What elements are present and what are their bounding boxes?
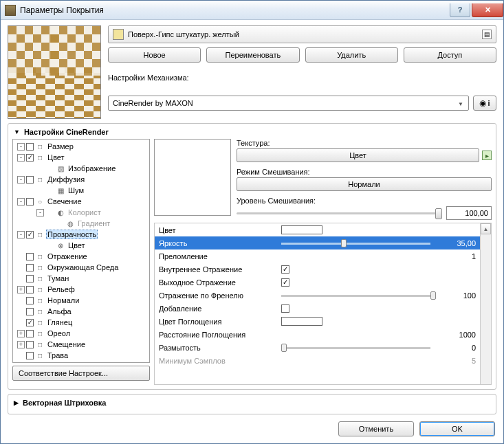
tree-label: Цвет — [67, 241, 87, 249]
tree-item[interactable]: ⊗Цвет — [13, 240, 149, 251]
color-swatch[interactable] — [281, 225, 322, 234]
tree-item[interactable]: ▧Изображение — [13, 163, 149, 174]
access-button[interactable]: Доступ — [404, 47, 496, 63]
property-slider[interactable] — [281, 292, 430, 299]
tree-item[interactable]: +□Ореол — [13, 328, 149, 339]
property-slider[interactable] — [281, 240, 430, 247]
expand-icon[interactable]: - — [17, 143, 25, 151]
expand-icon[interactable]: - — [17, 176, 25, 184]
property-checkbox[interactable] — [281, 278, 289, 287]
expand-icon[interactable]: - — [17, 198, 25, 206]
tree-checkbox[interactable] — [26, 198, 34, 206]
tree-checkbox[interactable] — [26, 319, 34, 326]
expand-icon[interactable]: + — [17, 286, 25, 293]
channel-tree[interactable]: -□Размер-□Цвет▧Изображение-□Диффузия▦Шум… — [12, 139, 150, 363]
property-row[interactable]: Отражение по Френелю100 — [155, 289, 491, 302]
property-checkbox[interactable] — [281, 265, 289, 274]
tree-item[interactable]: □Нормали — [13, 295, 149, 306]
node-icon: ○ — [35, 197, 45, 206]
property-list[interactable]: ▲ ЦветЯркость35,00Преломление1Внутреннее… — [154, 223, 492, 385]
tree-checkbox[interactable] — [26, 154, 34, 162]
expand-icon — [17, 352, 25, 359]
tree-checkbox[interactable] — [26, 341, 34, 348]
expand-icon[interactable]: - — [17, 231, 25, 238]
tree-item[interactable]: -□Диффузия — [13, 174, 149, 185]
tree-checkbox[interactable] — [26, 308, 34, 315]
engine-combo[interactable]: CineRender by MAXON ▼ — [108, 96, 469, 111]
mix-level-slider[interactable] — [237, 208, 442, 218]
expand-icon[interactable]: + — [17, 341, 25, 348]
tree-item[interactable]: -○Свечение — [13, 196, 149, 207]
expand-icon[interactable]: - — [36, 209, 44, 217]
property-row[interactable]: Цвет — [155, 223, 491, 236]
tree-item[interactable]: -□Прозрачность — [13, 229, 149, 240]
tree-item[interactable]: □Окружающая Среда — [13, 262, 149, 273]
add-texture-icon[interactable]: ▸ — [482, 151, 492, 160]
cinerender-header[interactable]: ▼ Настройки CineRender — [12, 126, 492, 139]
tree-item[interactable]: -□Цвет — [13, 152, 149, 163]
tree-checkbox[interactable] — [26, 231, 34, 238]
tree-item[interactable]: □Альфа — [13, 306, 149, 317]
rename-button[interactable]: Переименовать — [206, 47, 299, 63]
ok-button[interactable]: OK — [419, 421, 495, 436]
tree-checkbox[interactable] — [26, 286, 34, 293]
node-icon: □ — [35, 230, 45, 238]
tree-item[interactable]: □Отражение — [13, 251, 149, 262]
expand-icon — [17, 253, 25, 260]
tree-label: Размер — [46, 142, 75, 151]
texture-button[interactable]: Цвет — [237, 148, 479, 162]
help-button[interactable]: ? — [450, 3, 470, 17]
preview-eye-button[interactable]: ◉ i — [473, 96, 496, 111]
property-row[interactable]: Внутреннее Отражение — [155, 263, 491, 276]
property-row[interactable]: Преломление1 — [155, 249, 491, 263]
tree-label: Нормали — [46, 296, 80, 304]
mix-mode-button[interactable]: Нормали — [237, 177, 492, 191]
material-name-bar[interactable]: Поверх.-Гипс штукатур. желтый ▤ — [108, 25, 496, 43]
property-row[interactable]: Цвет Поглощения — [155, 315, 491, 328]
material-menu-icon[interactable]: ▤ — [482, 30, 492, 39]
mix-level-value[interactable]: 100,00 — [446, 206, 492, 220]
scroll-up-icon[interactable]: ▲ — [481, 223, 491, 234]
property-row[interactable]: Яркость35,00 — [155, 236, 491, 249]
expand-icon — [46, 220, 54, 227]
expand-icon[interactable]: + — [17, 330, 25, 337]
hatching-header[interactable]: ▶ Векторная Штриховка — [12, 397, 492, 410]
node-icon: ▦ — [56, 186, 65, 195]
node-icon: □ — [35, 153, 45, 162]
tree-item[interactable]: -□Размер — [13, 141, 149, 152]
property-slider[interactable] — [281, 344, 430, 351]
property-row[interactable]: Размытость0 — [155, 341, 491, 354]
property-row[interactable]: Минимум Сэмплов5 — [155, 354, 491, 367]
color-swatch[interactable] — [281, 317, 322, 326]
tree-item[interactable]: +□Рельеф — [13, 284, 149, 295]
close-button[interactable]: ✕ — [472, 3, 503, 17]
tree-item[interactable]: □Туман — [13, 273, 149, 284]
tree-label: Рельеф — [46, 285, 76, 293]
delete-button[interactable]: Удалить — [305, 47, 398, 63]
scrollbar[interactable]: ▲ — [480, 223, 491, 384]
tree-item[interactable]: □Трава — [13, 350, 149, 361]
tree-item[interactable]: □Глянец — [13, 317, 149, 328]
match-settings-button[interactable]: Соответствие Настроек... — [12, 366, 150, 381]
property-name: Расстояние Поглощения — [159, 331, 276, 339]
tree-checkbox[interactable] — [26, 143, 34, 151]
tree-checkbox[interactable] — [26, 176, 34, 184]
texture-preview — [154, 139, 231, 216]
tree-item[interactable]: +□Смещение — [13, 339, 149, 350]
new-button[interactable]: Новое — [108, 47, 201, 63]
tree-checkbox[interactable] — [26, 330, 34, 337]
expand-icon[interactable]: - — [17, 154, 25, 162]
tree-checkbox[interactable] — [26, 297, 34, 304]
tree-item[interactable]: ◍Градиент — [13, 218, 149, 229]
property-checkbox[interactable] — [281, 304, 289, 313]
property-row[interactable]: Выходное Отражение — [155, 276, 491, 289]
tree-checkbox[interactable] — [26, 275, 34, 282]
property-row[interactable]: Расстояние Поглощения1000 — [155, 328, 491, 341]
tree-checkbox[interactable] — [26, 352, 34, 359]
cancel-button[interactable]: Отменить — [338, 421, 414, 436]
tree-checkbox[interactable] — [26, 264, 34, 271]
tree-item[interactable]: ▦Шум — [13, 185, 149, 196]
property-row[interactable]: Добавление — [155, 302, 491, 315]
tree-checkbox[interactable] — [26, 253, 34, 260]
tree-item[interactable]: -◐Колорист — [13, 207, 149, 218]
